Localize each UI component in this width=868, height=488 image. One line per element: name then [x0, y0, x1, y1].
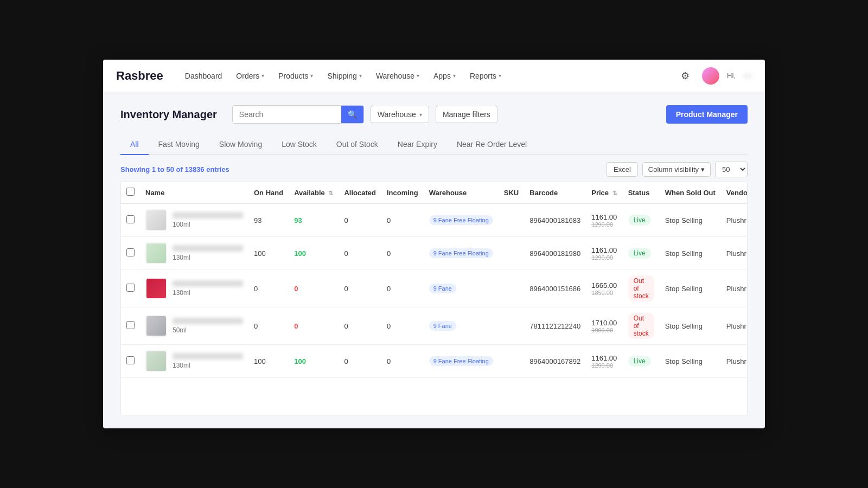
row-checkbox[interactable] — [126, 215, 135, 223]
product-sub-label: 130ml — [173, 289, 243, 297]
col-when-sold-out: When Sold Out — [660, 182, 721, 203]
chevron-products-icon: ▾ — [310, 73, 313, 79]
row-sku — [499, 270, 524, 307]
excel-button[interactable]: Excel — [607, 162, 638, 177]
row-price: 1665.001850.00 — [586, 270, 622, 307]
price-old: 1850.00 — [591, 290, 617, 296]
row-on-hand: 0 — [248, 307, 289, 345]
row-incoming: 0 — [381, 270, 424, 307]
product-sub-label: 130ml — [173, 362, 243, 369]
row-name-cell: 130ml — [140, 345, 248, 378]
table-header: Name On Hand Available ⇅ Allocated Incom… — [121, 182, 748, 203]
row-checkbox[interactable] — [126, 356, 135, 364]
table-row: 130ml100100009 Fane Free Floating8964000… — [121, 237, 748, 270]
row-vendor: Plushr — [721, 345, 748, 378]
nav-item-shipping[interactable]: Shipping▾ — [321, 67, 368, 85]
col-vis-chevron: ▾ — [701, 165, 705, 174]
row-when-sold-out: Stop Selling — [660, 345, 721, 378]
price-old: 1290.00 — [591, 362, 617, 369]
chevron-apps-icon: ▾ — [453, 73, 456, 79]
price-old: 1900.00 — [591, 327, 617, 333]
per-page-select[interactable]: 50 100 200 — [715, 162, 748, 177]
nav-item-dashboard[interactable]: Dashboard — [178, 67, 229, 85]
status-badge: Live — [628, 248, 651, 259]
tab-out-of-stock[interactable]: Out of Stock — [327, 134, 388, 155]
table-row: 130ml00009 Fane89640001516861665.001850.… — [121, 270, 748, 307]
row-when-sold-out: Stop Selling — [660, 270, 721, 307]
row-incoming: 0 — [381, 307, 424, 345]
warehouse-dropdown[interactable]: Warehouse ▾ — [371, 106, 429, 123]
col-price: Price ⇅ — [586, 182, 622, 203]
warehouse-label: Warehouse — [378, 110, 416, 119]
tab-fast-moving[interactable]: Fast Moving — [149, 134, 209, 155]
select-all-checkbox[interactable] — [126, 188, 135, 196]
showing-prefix: Showing 1 to 50 of — [120, 165, 184, 174]
product-name-blurred — [173, 280, 243, 287]
row-warehouse: 9 Fane — [424, 270, 499, 307]
tab-slow-moving[interactable]: Slow Moving — [209, 134, 272, 155]
product-manager-button[interactable]: Product Manager — [666, 105, 748, 124]
col-sku: SKU — [499, 182, 524, 203]
warehouse-badge: 9 Fane — [429, 321, 456, 331]
status-badge: Live — [628, 215, 651, 226]
row-available: 0 — [289, 270, 339, 307]
page-title: Inventory Manager — [120, 108, 217, 121]
product-image — [145, 350, 167, 372]
row-when-sold-out: Stop Selling — [660, 237, 721, 270]
row-incoming: 0 — [381, 345, 424, 378]
product-name-blurred — [173, 212, 243, 219]
tab-near-reorder[interactable]: Near Re Order Level — [447, 134, 537, 155]
column-visibility-button[interactable]: Column visibility ▾ — [642, 162, 711, 177]
inventory-table-wrapper: Name On Hand Available ⇅ Allocated Incom… — [120, 182, 748, 415]
row-vendor: Plushr — [721, 237, 748, 270]
row-checkbox[interactable] — [126, 248, 135, 256]
nav-item-reports[interactable]: Reports▾ — [463, 67, 508, 85]
tab-low-stock[interactable]: Low Stock — [272, 134, 327, 155]
nav-item-orders[interactable]: Orders▾ — [229, 67, 271, 85]
nav-item-products[interactable]: Products▾ — [272, 67, 320, 85]
row-barcode: 8964000181683 — [524, 203, 586, 237]
nav-items: DashboardOrders▾Products▾Shipping▾Wareho… — [178, 67, 672, 85]
row-vendor: Plushr — [721, 270, 748, 307]
product-sub-label: 100ml — [173, 221, 243, 228]
nav-item-warehouse[interactable]: Warehouse▾ — [369, 67, 426, 85]
row-warehouse: 9 Fane — [424, 307, 499, 345]
row-checkbox-cell — [121, 345, 140, 378]
product-image — [145, 278, 167, 299]
row-checkbox[interactable] — [126, 284, 135, 292]
nav-right: ⚙ Hi, — [676, 67, 752, 85]
row-incoming: 0 — [381, 203, 424, 237]
settings-icon[interactable]: ⚙ — [676, 67, 694, 85]
col-vendor: Vendo — [721, 182, 748, 203]
row-sku — [499, 203, 524, 237]
warehouse-badge: 9 Fane Free Floating — [429, 356, 493, 366]
table-controls: Excel Column visibility ▾ 50 100 200 — [607, 162, 748, 177]
row-sku — [499, 237, 524, 270]
manage-filters-button[interactable]: Manage filters — [436, 106, 497, 123]
search-button[interactable]: 🔍 — [341, 106, 363, 123]
row-vendor: Plushr — [721, 203, 748, 237]
brand-logo[interactable]: Rasbree — [116, 69, 163, 83]
showing-text: Showing 1 to 50 of 13836 entries — [120, 165, 229, 174]
product-image — [145, 209, 167, 231]
row-on-hand: 0 — [248, 270, 289, 307]
showing-suffix: entries — [205, 165, 229, 174]
row-barcode: 8964000167892 — [524, 345, 586, 378]
row-incoming: 0 — [381, 237, 424, 270]
nav-item-apps[interactable]: Apps▾ — [427, 67, 462, 85]
row-status: Live — [623, 203, 660, 237]
price-old: 1290.00 — [591, 254, 617, 261]
row-checkbox[interactable] — [126, 321, 135, 329]
row-allocated: 0 — [339, 307, 381, 345]
tab-near-expiry[interactable]: Near Expiry — [388, 134, 447, 155]
search-input[interactable] — [233, 106, 341, 123]
search-icon: 🔍 — [348, 110, 357, 119]
col-available: Available ⇅ — [289, 182, 339, 203]
row-available: 100 — [289, 345, 339, 378]
row-available: 100 — [289, 237, 339, 270]
row-name-cell: 130ml — [140, 237, 248, 270]
row-barcode: 7811121212240 — [524, 307, 586, 345]
tab-all[interactable]: All — [120, 134, 149, 155]
col-allocated: Allocated — [339, 182, 381, 203]
row-checkbox-cell — [121, 307, 140, 345]
